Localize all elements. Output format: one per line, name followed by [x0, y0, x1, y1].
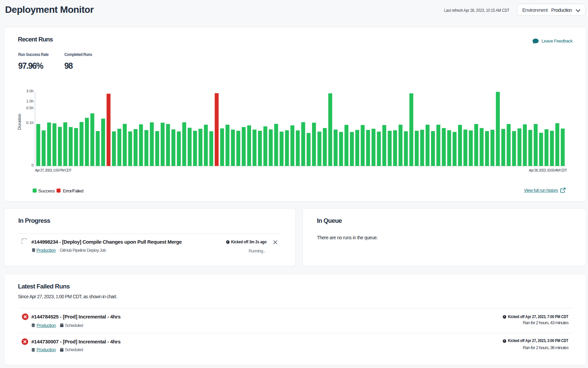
svg-text:0.1h: 0.1h — [26, 121, 34, 125]
svg-text:Apr 28, 2023, 10:00 AM CDT: Apr 28, 2023, 10:00 AM CDT — [529, 168, 567, 172]
svg-text:Error/Failed: Error/Failed — [63, 188, 84, 193]
svg-text:Success: Success — [38, 188, 55, 193]
svg-text:1.0h: 1.0h — [26, 99, 34, 103]
svg-text:0.5h: 0.5h — [26, 106, 34, 110]
svg-text:0: 0 — [32, 163, 34, 167]
svg-text:Apr 27, 2023, 1:00 PM CDT: Apr 27, 2023, 1:00 PM CDT — [35, 168, 72, 172]
svg-text:Duration: Duration — [17, 114, 22, 130]
svg-text:3.0h: 3.0h — [26, 89, 34, 93]
